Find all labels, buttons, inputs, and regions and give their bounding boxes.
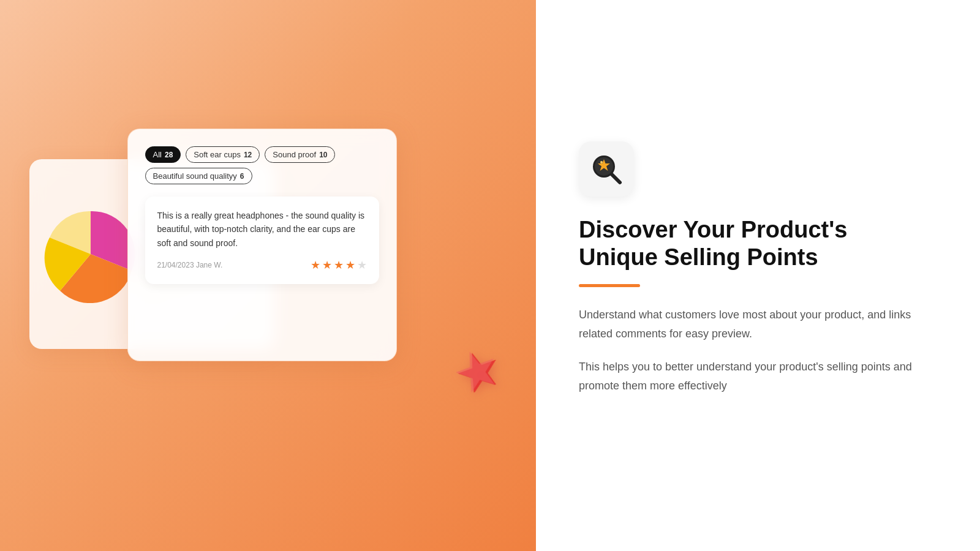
tag-soft-ear-cups-count: 12 [244, 151, 252, 159]
star-5: ★ [357, 258, 367, 272]
svg-point-6 [600, 161, 603, 163]
review-date: 21/04/2023 Jane W. [157, 261, 223, 269]
tag-soft-ear-cups-label: Soft ear cups [194, 150, 241, 159]
app-icon-wrapper [579, 141, 634, 197]
review-text: This is a really great headphones - the … [157, 209, 367, 250]
description-2: This helps you to better understand your… [579, 358, 937, 395]
left-panel: Soft ear cups Sound proof Beautiful soun… [0, 0, 536, 551]
heading-line1: Discover Your Product's [579, 217, 847, 242]
star-3: ★ [334, 258, 344, 272]
main-heading: Discover Your Product's Unique Selling P… [579, 216, 937, 272]
star-4: ★ [345, 258, 355, 272]
scene: Soft ear cups Sound proof Beautiful soun… [29, 129, 507, 422]
tag-all[interactable]: All 28 [145, 146, 181, 163]
review-meta: 21/04/2023 Jane W. ★ ★ ★ ★ ★ [157, 258, 367, 272]
tag-sound-proof-label: Sound proof [273, 150, 316, 159]
tag-soft-ear-cups[interactable]: Soft ear cups 12 [186, 146, 260, 163]
review-card: This is a really great headphones - the … [145, 197, 379, 284]
tag-sound-proof[interactable]: Sound proof 10 [265, 146, 335, 163]
tag-sound-quality-count: 6 [240, 172, 244, 181]
pie-chart [42, 205, 140, 303]
star-1: ★ [311, 258, 320, 272]
heading-line2: Unique Selling Points [579, 244, 818, 270]
app-icon [588, 151, 625, 187]
description-1: Understand what customers love most abou… [579, 305, 937, 343]
svg-line-4 [612, 174, 620, 182]
tags-row: All 28 Soft ear cups 12 Sound proof 10 B… [145, 146, 379, 184]
star-2: ★ [322, 258, 332, 272]
reviews-card: All 28 Soft ear cups 12 Sound proof 10 B… [127, 129, 397, 361]
tag-sound-proof-count: 10 [319, 151, 327, 159]
star-rating: ★ ★ ★ ★ ★ [311, 258, 367, 272]
orange-divider [579, 284, 640, 287]
tag-all-count: 28 [165, 151, 173, 159]
tag-all-label: All [153, 150, 162, 159]
tag-sound-quality[interactable]: Beautiful sound qualityy 6 [145, 168, 252, 184]
star-decoration [451, 343, 508, 403]
tag-sound-quality-label: Beautiful sound qualityy [153, 171, 237, 181]
right-panel: Discover Your Product's Unique Selling P… [536, 0, 980, 551]
